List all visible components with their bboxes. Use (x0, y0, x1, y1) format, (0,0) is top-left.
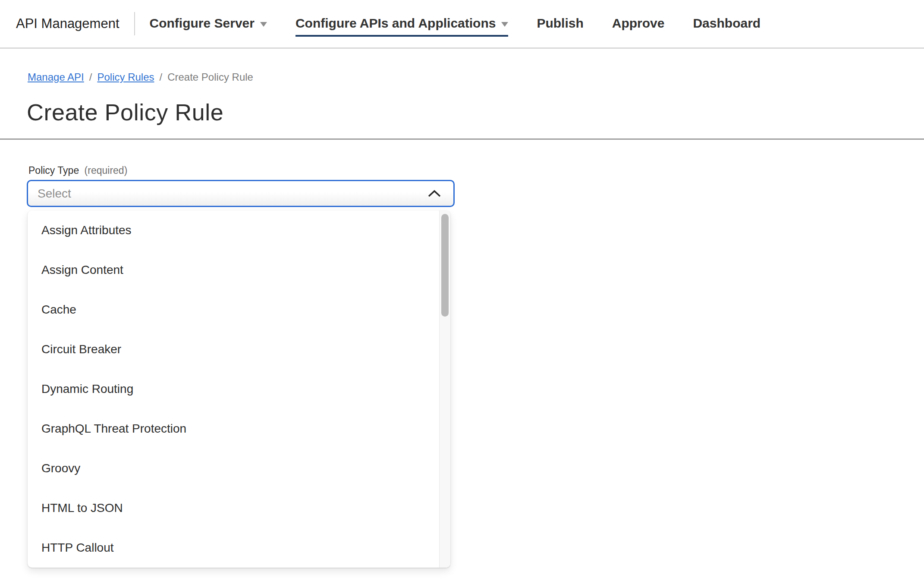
nav-item-configure-server[interactable]: Configure Server (150, 11, 267, 37)
policy-type-label: Policy Type (required) (28, 165, 924, 176)
nav-item-label: Configure APIs and Applications (295, 16, 496, 31)
dropdown-scrollbar-thumb[interactable] (441, 214, 449, 317)
option-http-callout[interactable]: HTTP Callout (28, 528, 439, 568)
dropdown-scrollbar-track[interactable] (439, 210, 450, 568)
title-divider (0, 138, 924, 140)
option-groovy[interactable]: Groovy (28, 449, 439, 488)
option-assign-attributes[interactable]: Assign Attributes (28, 210, 439, 250)
nav-item-approve[interactable]: Approve (612, 11, 665, 37)
page-title: Create Policy Rule (27, 99, 924, 126)
nav-vertical-divider (134, 12, 135, 35)
app-brand: API Management (16, 16, 119, 31)
option-assign-content[interactable]: Assign Content (28, 250, 439, 290)
nav-item-configure-apis-and-applications[interactable]: Configure APIs and Applications (295, 11, 508, 37)
nav-item-label: Configure Server (150, 16, 255, 31)
nav-item-publish[interactable]: Publish (537, 11, 583, 37)
chevron-down-icon (260, 22, 267, 27)
nav-item-label: Publish (537, 16, 583, 31)
policy-type-select-value: Select (38, 187, 71, 201)
required-hint: (required) (85, 165, 128, 176)
option-circuit-breaker[interactable]: Circuit Breaker (28, 330, 439, 369)
option-html-to-json[interactable]: HTML to JSON (28, 488, 439, 528)
nav-item-dashboard[interactable]: Dashboard (693, 11, 761, 37)
breadcrumb: Manage API / Policy Rules / Create Polic… (28, 71, 924, 83)
policy-type-label-text: Policy Type (28, 165, 79, 176)
breadcrumb-separator: / (89, 71, 92, 83)
top-navigation: API Management Configure Server Configur… (0, 0, 924, 49)
option-dynamic-routing[interactable]: Dynamic Routing (28, 369, 439, 409)
breadcrumb-separator: / (159, 71, 162, 83)
breadcrumb-current-page: Create Policy Rule (167, 71, 253, 83)
option-cache[interactable]: Cache (28, 290, 439, 330)
policy-type-select[interactable]: Select (27, 180, 455, 207)
breadcrumb-link-manage-api[interactable]: Manage API (28, 71, 84, 83)
nav-menu: Configure Server Configure APIs and Appl… (150, 11, 761, 37)
breadcrumb-link-policy-rules[interactable]: Policy Rules (97, 71, 154, 83)
chevron-up-icon (427, 189, 441, 198)
nav-item-label: Approve (612, 16, 665, 31)
policy-type-dropdown-panel: Assign Attributes Assign Content Cache C… (28, 210, 450, 568)
nav-item-label: Dashboard (693, 16, 761, 31)
chevron-down-icon (501, 22, 508, 27)
option-graphql-threat-protection[interactable]: GraphQL Threat Protection (28, 409, 439, 449)
